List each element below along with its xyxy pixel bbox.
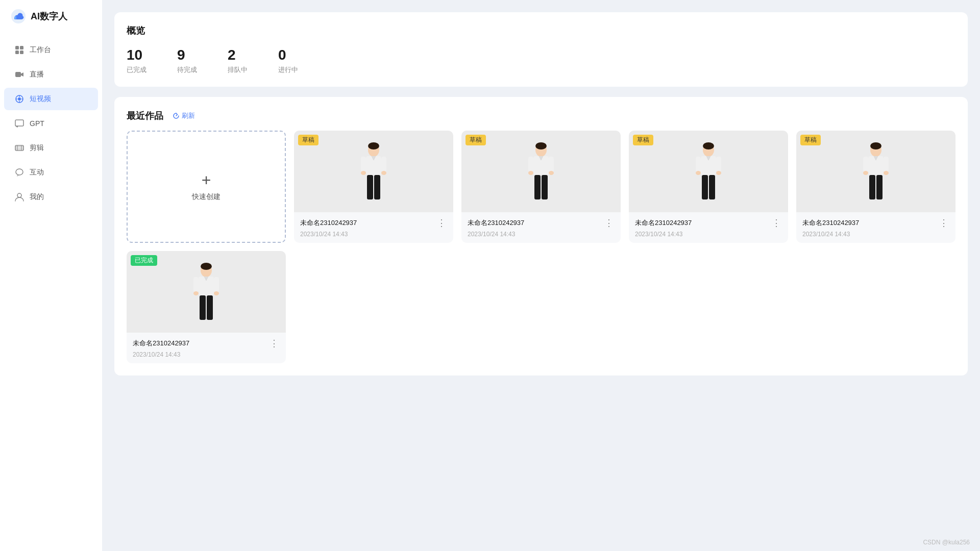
work-card-thumb-5: 已完成 bbox=[127, 251, 286, 333]
badge-done-5: 已完成 bbox=[131, 255, 157, 266]
work-card-date-3: 2023/10/24 14:43 bbox=[635, 231, 782, 238]
work-card-name-row-5: 未命名2310242937 ⋮ bbox=[133, 338, 280, 349]
stat-pending-label: 待完成 bbox=[177, 65, 197, 74]
grid-icon bbox=[14, 45, 24, 55]
works-grid-row1: + 快速创建 草稿 bbox=[127, 131, 955, 243]
work-card-3[interactable]: 草稿 未命名2 bbox=[629, 131, 788, 243]
work-card-name-2: 未命名2310242937 bbox=[468, 218, 603, 228]
sidebar-item-live-label: 直播 bbox=[30, 70, 44, 79]
stat-queued: 2 排队中 bbox=[228, 47, 248, 74]
work-card-menu-4[interactable]: ⋮ bbox=[938, 217, 949, 229]
work-card-name-row-3: 未命名2310242937 ⋮ bbox=[635, 217, 782, 229]
logo-area: AI数字人 bbox=[0, 0, 102, 33]
svg-point-44 bbox=[716, 171, 721, 175]
create-card[interactable]: + 快速创建 bbox=[127, 131, 286, 243]
svg-rect-55 bbox=[876, 175, 883, 199]
overview-title: 概览 bbox=[127, 24, 955, 37]
sidebar-item-short-video[interactable]: 短视频 bbox=[4, 88, 98, 110]
work-card-thumb-4: 草稿 bbox=[796, 131, 955, 212]
footer-text: CSDN @kula256 bbox=[923, 539, 970, 546]
avatar-figure-4 bbox=[858, 141, 894, 202]
svg-point-21 bbox=[368, 142, 379, 149]
svg-rect-23 bbox=[361, 157, 366, 172]
work-card-menu-1[interactable]: ⋮ bbox=[436, 217, 447, 229]
work-card-menu-2[interactable]: ⋮ bbox=[603, 217, 615, 229]
logo-text: AI数字人 bbox=[31, 10, 67, 22]
svg-rect-4 bbox=[20, 51, 23, 54]
svg-point-25 bbox=[361, 171, 366, 175]
work-card-name-3: 未命名2310242937 bbox=[635, 218, 771, 228]
svg-point-7 bbox=[18, 97, 21, 101]
footer: CSDN @kula256 bbox=[923, 539, 970, 546]
badge-draft-1: 草稿 bbox=[298, 135, 318, 145]
sidebar-item-mine-label: 我的 bbox=[30, 192, 44, 202]
svg-point-19 bbox=[17, 193, 21, 197]
work-card-name-4: 未命名2310242937 bbox=[802, 218, 938, 228]
video-icon bbox=[14, 94, 24, 104]
work-card-date-5: 2023/10/24 14:43 bbox=[133, 351, 280, 358]
svg-rect-28 bbox=[374, 175, 380, 199]
recent-works-card: 最近作品 刷新 + 快速创建 草稿 bbox=[114, 97, 968, 375]
work-card-name-5: 未命名2310242937 bbox=[133, 339, 268, 348]
refresh-icon bbox=[173, 112, 180, 119]
stats-row: 10 已完成 9 待完成 2 排队中 0 进行中 bbox=[127, 47, 955, 74]
sidebar-item-interact-label: 互动 bbox=[30, 168, 44, 177]
sidebar-item-workbench-label: 工作台 bbox=[30, 45, 51, 55]
sidebar-item-gpt-label: GPT bbox=[30, 119, 44, 128]
sidebar-item-edit[interactable]: 剪辑 bbox=[4, 137, 98, 159]
create-plus-icon: + bbox=[202, 172, 211, 188]
film-icon bbox=[14, 143, 24, 153]
camera-icon bbox=[14, 69, 24, 80]
work-card-date-4: 2023/10/24 14:43 bbox=[802, 231, 949, 238]
sidebar-item-live[interactable]: 直播 bbox=[4, 63, 98, 86]
stat-inprogress: 0 进行中 bbox=[278, 47, 298, 74]
works-grid-row2: 已完成 未命名 bbox=[127, 251, 955, 363]
work-card-menu-5[interactable]: ⋮ bbox=[268, 338, 280, 349]
svg-rect-60 bbox=[214, 277, 219, 292]
work-card-4[interactable]: 草稿 未命名2 bbox=[796, 131, 955, 243]
svg-rect-46 bbox=[709, 175, 715, 199]
stat-queued-label: 排队中 bbox=[228, 65, 248, 74]
work-card-thumb-2: 草稿 bbox=[461, 131, 621, 212]
svg-point-53 bbox=[884, 171, 889, 175]
sidebar-item-gpt[interactable]: GPT bbox=[4, 112, 98, 135]
stat-queued-number: 2 bbox=[228, 47, 248, 63]
avatar-figure-5 bbox=[188, 261, 224, 322]
work-card-2[interactable]: 草稿 未命名2 bbox=[461, 131, 621, 243]
work-card-1[interactable]: 草稿 bbox=[294, 131, 453, 243]
bubble-icon bbox=[14, 167, 24, 178]
svg-point-43 bbox=[696, 171, 701, 175]
chat-square-icon bbox=[14, 118, 24, 129]
work-card-date-1: 2023/10/24 14:43 bbox=[300, 231, 447, 238]
svg-rect-2 bbox=[20, 46, 23, 49]
svg-rect-36 bbox=[534, 175, 541, 199]
badge-draft-4: 草稿 bbox=[800, 135, 821, 145]
work-card-5[interactable]: 已完成 未命名 bbox=[127, 251, 286, 363]
svg-rect-45 bbox=[702, 175, 708, 199]
svg-rect-63 bbox=[200, 295, 206, 320]
work-card-name-1: 未命名2310242937 bbox=[300, 218, 436, 228]
work-card-info-1: 未命名2310242937 ⋮ 2023/10/24 14:43 bbox=[294, 212, 453, 243]
svg-rect-64 bbox=[207, 295, 213, 320]
stat-inprogress-number: 0 bbox=[278, 47, 298, 63]
main-content: 概览 10 已完成 9 待完成 2 排队中 0 进行中 最近作品 bbox=[102, 0, 980, 551]
svg-rect-33 bbox=[549, 157, 554, 172]
refresh-button[interactable]: 刷新 bbox=[168, 109, 199, 122]
svg-point-52 bbox=[863, 171, 868, 175]
stat-pending-number: 9 bbox=[177, 47, 197, 63]
sidebar-item-workbench[interactable]: 工作台 bbox=[4, 39, 98, 61]
svg-point-61 bbox=[193, 291, 199, 295]
sidebar-item-mine[interactable]: 我的 bbox=[4, 186, 98, 208]
badge-draft-3: 草稿 bbox=[633, 135, 653, 145]
svg-rect-41 bbox=[696, 157, 701, 172]
avatar-figure-3 bbox=[691, 141, 726, 202]
sidebar-item-interact[interactable]: 互动 bbox=[4, 161, 98, 184]
work-card-menu-3[interactable]: ⋮ bbox=[771, 217, 782, 229]
svg-rect-51 bbox=[884, 157, 889, 172]
svg-rect-12 bbox=[15, 120, 23, 126]
svg-point-18 bbox=[16, 169, 23, 175]
work-card-name-row-4: 未命名2310242937 ⋮ bbox=[802, 217, 949, 229]
stat-inprogress-label: 进行中 bbox=[278, 65, 298, 74]
section-header: 最近作品 刷新 bbox=[127, 109, 955, 122]
svg-rect-24 bbox=[381, 157, 386, 172]
